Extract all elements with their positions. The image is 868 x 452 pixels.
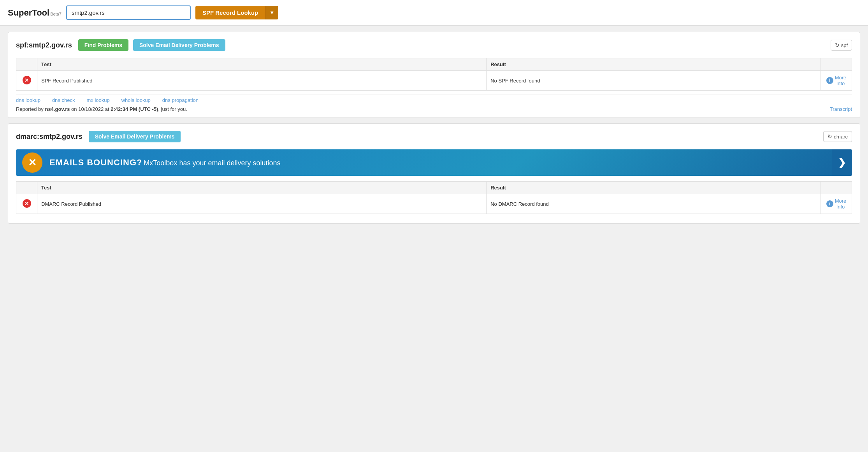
spf-lookup-button[interactable]: SPF Record Lookup xyxy=(195,6,265,19)
bounce-title: EMAILS BOUNCING? xyxy=(49,158,142,167)
bounce-banner[interactable]: ✕ EMAILS BOUNCING? MxToolbox has your em… xyxy=(16,149,852,176)
dmarc-card-header: dmarc:smtp2.gov.rs Solve Email Delivery … xyxy=(16,131,852,142)
dmarc-row-test-cell: DMARC Record Published xyxy=(37,194,487,214)
refresh-label: spf xyxy=(841,42,848,48)
dmarc-more-info-link[interactable]: i MoreInfo xyxy=(825,198,848,210)
lookup-button-group: SPF Record Lookup ▼ xyxy=(195,6,278,19)
bounce-subtitle: MxToolbox has your email delivery soluti… xyxy=(144,159,280,167)
dns-lookup-link[interactable]: dns lookup xyxy=(16,97,40,103)
spf-footer-links: dns lookup dns check mx lookup whois loo… xyxy=(16,95,852,105)
dmarc-row-result-cell: No DMARC Record found xyxy=(487,194,821,214)
dmarc-row-action-cell: i MoreInfo xyxy=(821,194,852,214)
more-info-label: MoreInfo xyxy=(835,198,847,210)
spf-row-result-cell: No SPF Record found xyxy=(487,71,821,91)
whois-lookup-link[interactable]: whois lookup xyxy=(121,97,151,103)
spf-reported-line: Reported by ns4.gov.rs on 10/18/2022 at … xyxy=(16,105,852,112)
spf-result-table: Test Result SPF Record Published No SPF … xyxy=(16,58,852,91)
spf-row-status-cell xyxy=(16,71,37,91)
main-content: spf:smtp2.gov.rs Find Problems Solve Ema… xyxy=(0,26,868,230)
error-icon xyxy=(23,199,31,208)
search-input[interactable] xyxy=(66,5,191,20)
bounce-arrow-icon: ❯ xyxy=(838,157,846,168)
spf-card-title: spf:smtp2.gov.rs xyxy=(16,41,72,49)
dmarc-solve-button[interactable]: Solve Email Delivery Problems xyxy=(89,131,181,142)
spf-table-status-header xyxy=(16,58,37,71)
beta-badge: Beta7 xyxy=(50,12,61,16)
refresh-icon: ↻ xyxy=(828,133,832,140)
app-title-text: SuperTool xyxy=(8,8,49,18)
bounce-banner-icon: ✕ xyxy=(22,152,42,173)
transcript-link[interactable]: Transcript xyxy=(830,106,852,112)
spf-table-action-header xyxy=(821,58,852,71)
lookup-dropdown-button[interactable]: ▼ xyxy=(265,6,278,19)
spf-refresh-button[interactable]: ↻ spf xyxy=(831,40,852,51)
reported-prefix: Reported by xyxy=(16,106,45,112)
dmarc-row-status-cell xyxy=(16,194,37,214)
table-row: DMARC Record Published No DMARC Record f… xyxy=(16,194,852,214)
spf-table-result-header: Result xyxy=(487,58,821,71)
dmarc-result-table: Test Result DMARC Record Published No DM… xyxy=(16,181,852,214)
spf-card-header: spf:smtp2.gov.rs Find Problems Solve Ema… xyxy=(16,39,852,51)
app-title: SuperToolBeta7 xyxy=(8,8,61,18)
spf-table-test-header: Test xyxy=(37,58,487,71)
table-row: SPF Record Published No SPF Record found… xyxy=(16,71,852,91)
spf-row-test-cell: SPF Record Published xyxy=(37,71,487,91)
dmarc-table-result-header: Result xyxy=(487,182,821,194)
mx-lookup-link[interactable]: mx lookup xyxy=(86,97,109,103)
bounce-banner-text: EMAILS BOUNCING? MxToolbox has your emai… xyxy=(49,158,832,168)
reported-server: ns4.gov.rs xyxy=(45,106,70,112)
reported-time: 2:42:34 PM (UTC -5) xyxy=(111,106,158,112)
info-icon: i xyxy=(826,200,833,207)
refresh-label: dmarc xyxy=(834,134,848,140)
reported-mid: on 10/18/2022 at xyxy=(70,106,111,112)
dmarc-table-test-header: Test xyxy=(37,182,487,194)
dmarc-table-action-header xyxy=(821,182,852,194)
dmarc-card-title: dmarc:smtp2.gov.rs xyxy=(16,133,83,141)
dns-check-link[interactable]: dns check xyxy=(52,97,75,103)
find-problems-button[interactable]: Find Problems xyxy=(78,39,128,51)
refresh-icon: ↻ xyxy=(835,42,840,48)
page-header: SuperToolBeta7 SPF Record Lookup ▼ xyxy=(0,0,868,26)
spf-solve-button[interactable]: Solve Email Delivery Problems xyxy=(133,39,225,51)
dmarc-refresh-button[interactable]: ↻ dmarc xyxy=(823,131,852,142)
more-info-label: MoreInfo xyxy=(835,75,847,86)
reported-suffix: , just for you. xyxy=(158,106,187,112)
dmarc-card: dmarc:smtp2.gov.rs Solve Email Delivery … xyxy=(8,123,860,224)
info-icon: i xyxy=(826,77,833,84)
dns-propagation-link[interactable]: dns propagation xyxy=(162,97,199,103)
dmarc-table-status-header xyxy=(16,182,37,194)
bounce-arrow-button[interactable]: ❯ xyxy=(832,149,852,176)
spf-more-info-link[interactable]: i MoreInfo xyxy=(825,75,848,86)
spf-card: spf:smtp2.gov.rs Find Problems Solve Ema… xyxy=(8,32,860,118)
bounce-x-icon: ✕ xyxy=(28,157,37,169)
error-icon xyxy=(23,76,31,84)
reported-text: Reported by ns4.gov.rs on 10/18/2022 at … xyxy=(16,106,187,112)
spf-row-action-cell: i MoreInfo xyxy=(821,71,852,91)
